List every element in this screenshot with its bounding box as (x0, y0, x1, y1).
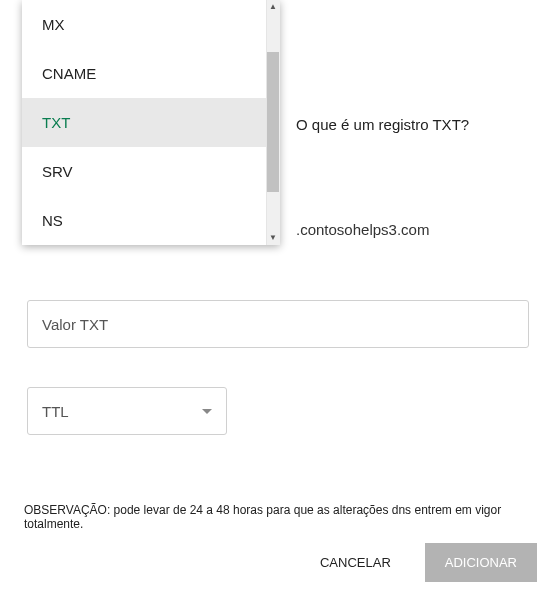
cancel-button[interactable]: CANCELAR (314, 545, 397, 580)
ttl-select[interactable]: TTL (27, 387, 227, 435)
scrollbar-thumb[interactable] (267, 52, 279, 192)
add-button[interactable]: ADICIONAR (425, 543, 537, 582)
scroll-up-icon[interactable]: ▲ (266, 0, 280, 14)
dropdown-item-mx[interactable]: MX (22, 0, 280, 49)
dropdown-item-txt[interactable]: TXT (22, 98, 280, 147)
help-link-txt[interactable]: O que é um registro TXT? (296, 116, 469, 133)
ttl-label: TTL (42, 403, 69, 420)
dropdown-scrollbar[interactable]: ▲ ▼ (266, 0, 280, 245)
chevron-down-icon (202, 409, 212, 414)
scroll-down-icon[interactable]: ▼ (266, 231, 280, 245)
dropdown-item-cname[interactable]: CNAME (22, 49, 280, 98)
txt-value-input[interactable] (27, 300, 529, 348)
note-text: OBSERVAÇÃO: pode levar de 24 a 48 horas … (24, 503, 537, 531)
record-type-dropdown[interactable]: MX CNAME TXT SRV NS ▲ ▼ (22, 0, 280, 245)
dropdown-item-ns[interactable]: NS (22, 196, 280, 245)
dropdown-item-srv[interactable]: SRV (22, 147, 280, 196)
domain-suffix: .contosohelps3.com (296, 221, 429, 238)
action-buttons: CANCELAR ADICIONAR (314, 543, 537, 582)
